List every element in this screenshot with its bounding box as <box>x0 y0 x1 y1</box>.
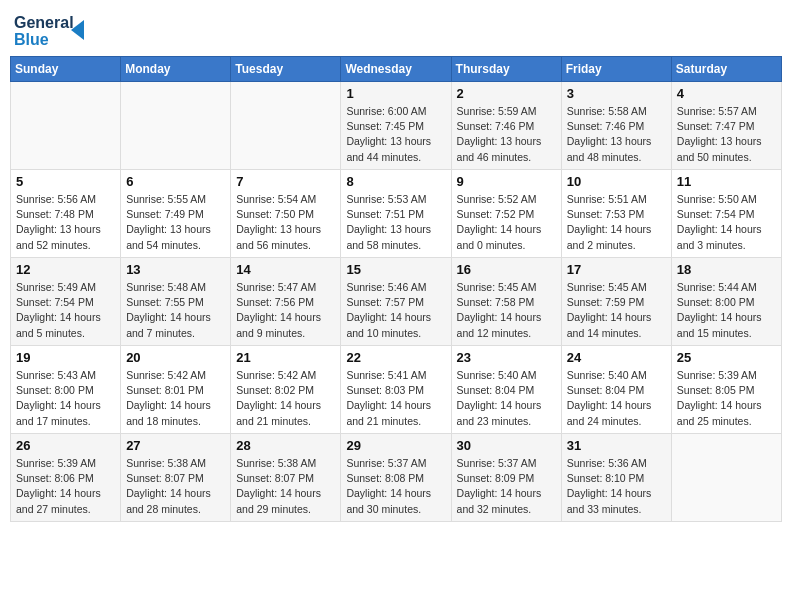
day-info: Sunrise: 5:37 AM Sunset: 8:09 PM Dayligh… <box>457 456 556 517</box>
svg-text:Blue: Blue <box>14 31 49 48</box>
calendar-cell: 21Sunrise: 5:42 AM Sunset: 8:02 PM Dayli… <box>231 346 341 434</box>
calendar-cell: 13Sunrise: 5:48 AM Sunset: 7:55 PM Dayli… <box>121 258 231 346</box>
day-info: Sunrise: 5:42 AM Sunset: 8:01 PM Dayligh… <box>126 368 225 429</box>
day-info: Sunrise: 5:49 AM Sunset: 7:54 PM Dayligh… <box>16 280 115 341</box>
day-number: 19 <box>16 350 115 365</box>
day-header-thursday: Thursday <box>451 57 561 82</box>
day-number: 30 <box>457 438 556 453</box>
day-info: Sunrise: 5:45 AM Sunset: 7:59 PM Dayligh… <box>567 280 666 341</box>
day-number: 8 <box>346 174 445 189</box>
day-number: 16 <box>457 262 556 277</box>
calendar-cell: 14Sunrise: 5:47 AM Sunset: 7:56 PM Dayli… <box>231 258 341 346</box>
week-row-4: 19Sunrise: 5:43 AM Sunset: 8:00 PM Dayli… <box>11 346 782 434</box>
day-info: Sunrise: 5:43 AM Sunset: 8:00 PM Dayligh… <box>16 368 115 429</box>
calendar-cell: 28Sunrise: 5:38 AM Sunset: 8:07 PM Dayli… <box>231 434 341 522</box>
calendar-cell: 5Sunrise: 5:56 AM Sunset: 7:48 PM Daylig… <box>11 170 121 258</box>
week-row-1: 1Sunrise: 6:00 AM Sunset: 7:45 PM Daylig… <box>11 82 782 170</box>
svg-text:General: General <box>14 14 74 31</box>
day-info: Sunrise: 5:44 AM Sunset: 8:00 PM Dayligh… <box>677 280 776 341</box>
day-number: 27 <box>126 438 225 453</box>
calendar-cell: 19Sunrise: 5:43 AM Sunset: 8:00 PM Dayli… <box>11 346 121 434</box>
calendar-cell <box>671 434 781 522</box>
day-header-friday: Friday <box>561 57 671 82</box>
day-number: 4 <box>677 86 776 101</box>
week-row-5: 26Sunrise: 5:39 AM Sunset: 8:06 PM Dayli… <box>11 434 782 522</box>
day-info: Sunrise: 5:48 AM Sunset: 7:55 PM Dayligh… <box>126 280 225 341</box>
day-number: 5 <box>16 174 115 189</box>
day-info: Sunrise: 5:39 AM Sunset: 8:06 PM Dayligh… <box>16 456 115 517</box>
page-header: GeneralBlue <box>10 10 782 50</box>
calendar-cell: 18Sunrise: 5:44 AM Sunset: 8:00 PM Dayli… <box>671 258 781 346</box>
calendar-cell: 2Sunrise: 5:59 AM Sunset: 7:46 PM Daylig… <box>451 82 561 170</box>
day-number: 6 <box>126 174 225 189</box>
day-number: 1 <box>346 86 445 101</box>
day-header-monday: Monday <box>121 57 231 82</box>
calendar-cell: 20Sunrise: 5:42 AM Sunset: 8:01 PM Dayli… <box>121 346 231 434</box>
calendar-cell <box>121 82 231 170</box>
day-info: Sunrise: 5:57 AM Sunset: 7:47 PM Dayligh… <box>677 104 776 165</box>
day-info: Sunrise: 5:38 AM Sunset: 8:07 PM Dayligh… <box>126 456 225 517</box>
day-number: 29 <box>346 438 445 453</box>
day-number: 23 <box>457 350 556 365</box>
calendar-cell: 25Sunrise: 5:39 AM Sunset: 8:05 PM Dayli… <box>671 346 781 434</box>
day-number: 31 <box>567 438 666 453</box>
day-number: 10 <box>567 174 666 189</box>
calendar-cell: 9Sunrise: 5:52 AM Sunset: 7:52 PM Daylig… <box>451 170 561 258</box>
calendar-cell: 29Sunrise: 5:37 AM Sunset: 8:08 PM Dayli… <box>341 434 451 522</box>
week-row-3: 12Sunrise: 5:49 AM Sunset: 7:54 PM Dayli… <box>11 258 782 346</box>
day-header-saturday: Saturday <box>671 57 781 82</box>
day-header-sunday: Sunday <box>11 57 121 82</box>
day-number: 2 <box>457 86 556 101</box>
calendar-cell: 16Sunrise: 5:45 AM Sunset: 7:58 PM Dayli… <box>451 258 561 346</box>
calendar-cell: 17Sunrise: 5:45 AM Sunset: 7:59 PM Dayli… <box>561 258 671 346</box>
day-info: Sunrise: 5:50 AM Sunset: 7:54 PM Dayligh… <box>677 192 776 253</box>
day-info: Sunrise: 5:36 AM Sunset: 8:10 PM Dayligh… <box>567 456 666 517</box>
day-number: 13 <box>126 262 225 277</box>
day-number: 12 <box>16 262 115 277</box>
day-info: Sunrise: 5:38 AM Sunset: 8:07 PM Dayligh… <box>236 456 335 517</box>
day-number: 15 <box>346 262 445 277</box>
day-info: Sunrise: 5:40 AM Sunset: 8:04 PM Dayligh… <box>457 368 556 429</box>
calendar-cell: 27Sunrise: 5:38 AM Sunset: 8:07 PM Dayli… <box>121 434 231 522</box>
calendar-cell <box>11 82 121 170</box>
day-number: 18 <box>677 262 776 277</box>
day-number: 3 <box>567 86 666 101</box>
day-info: Sunrise: 6:00 AM Sunset: 7:45 PM Dayligh… <box>346 104 445 165</box>
calendar-cell: 30Sunrise: 5:37 AM Sunset: 8:09 PM Dayli… <box>451 434 561 522</box>
calendar-cell: 15Sunrise: 5:46 AM Sunset: 7:57 PM Dayli… <box>341 258 451 346</box>
calendar-cell: 12Sunrise: 5:49 AM Sunset: 7:54 PM Dayli… <box>11 258 121 346</box>
day-info: Sunrise: 5:52 AM Sunset: 7:52 PM Dayligh… <box>457 192 556 253</box>
day-number: 21 <box>236 350 335 365</box>
calendar-cell: 26Sunrise: 5:39 AM Sunset: 8:06 PM Dayli… <box>11 434 121 522</box>
day-info: Sunrise: 5:42 AM Sunset: 8:02 PM Dayligh… <box>236 368 335 429</box>
day-number: 28 <box>236 438 335 453</box>
logo: GeneralBlue <box>14 10 89 50</box>
calendar-cell: 8Sunrise: 5:53 AM Sunset: 7:51 PM Daylig… <box>341 170 451 258</box>
day-info: Sunrise: 5:45 AM Sunset: 7:58 PM Dayligh… <box>457 280 556 341</box>
day-info: Sunrise: 5:59 AM Sunset: 7:46 PM Dayligh… <box>457 104 556 165</box>
calendar-cell: 7Sunrise: 5:54 AM Sunset: 7:50 PM Daylig… <box>231 170 341 258</box>
day-number: 22 <box>346 350 445 365</box>
days-header-row: SundayMondayTuesdayWednesdayThursdayFrid… <box>11 57 782 82</box>
day-header-wednesday: Wednesday <box>341 57 451 82</box>
day-number: 14 <box>236 262 335 277</box>
day-info: Sunrise: 5:51 AM Sunset: 7:53 PM Dayligh… <box>567 192 666 253</box>
day-number: 25 <box>677 350 776 365</box>
day-number: 24 <box>567 350 666 365</box>
calendar-cell: 24Sunrise: 5:40 AM Sunset: 8:04 PM Dayli… <box>561 346 671 434</box>
calendar-cell: 1Sunrise: 6:00 AM Sunset: 7:45 PM Daylig… <box>341 82 451 170</box>
day-number: 7 <box>236 174 335 189</box>
day-info: Sunrise: 5:37 AM Sunset: 8:08 PM Dayligh… <box>346 456 445 517</box>
day-info: Sunrise: 5:40 AM Sunset: 8:04 PM Dayligh… <box>567 368 666 429</box>
day-info: Sunrise: 5:46 AM Sunset: 7:57 PM Dayligh… <box>346 280 445 341</box>
day-info: Sunrise: 5:39 AM Sunset: 8:05 PM Dayligh… <box>677 368 776 429</box>
calendar-cell: 4Sunrise: 5:57 AM Sunset: 7:47 PM Daylig… <box>671 82 781 170</box>
day-number: 26 <box>16 438 115 453</box>
day-info: Sunrise: 5:41 AM Sunset: 8:03 PM Dayligh… <box>346 368 445 429</box>
day-number: 20 <box>126 350 225 365</box>
day-number: 17 <box>567 262 666 277</box>
calendar-cell <box>231 82 341 170</box>
week-row-2: 5Sunrise: 5:56 AM Sunset: 7:48 PM Daylig… <box>11 170 782 258</box>
day-header-tuesday: Tuesday <box>231 57 341 82</box>
calendar-cell: 23Sunrise: 5:40 AM Sunset: 8:04 PM Dayli… <box>451 346 561 434</box>
